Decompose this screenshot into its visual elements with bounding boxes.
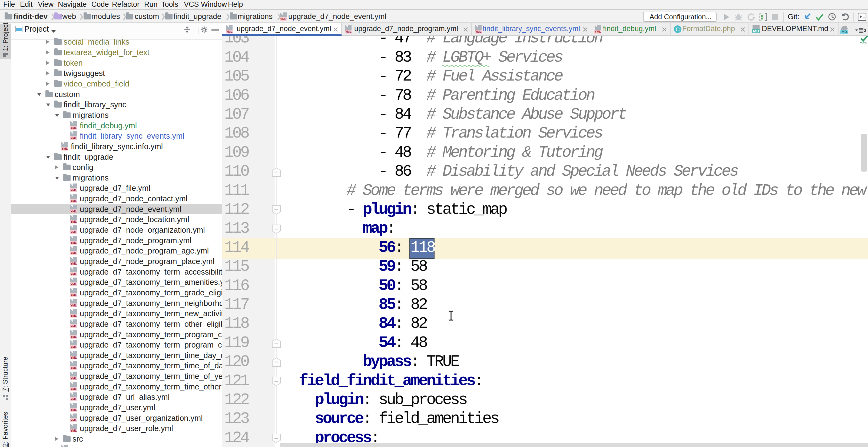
svg-text:MD: MD bbox=[753, 29, 759, 33]
svg-text:C: C bbox=[676, 26, 680, 32]
svg-text:2: 2 bbox=[864, 28, 866, 33]
svg-text:MD: MD bbox=[841, 30, 847, 34]
